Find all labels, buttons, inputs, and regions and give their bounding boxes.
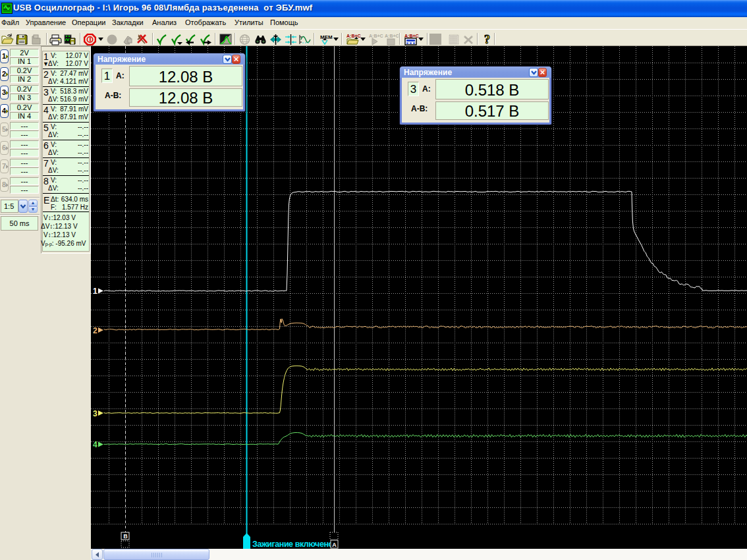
svg-text:A:B+C: A:B+C [385, 34, 399, 38]
svg-text:A: A [332, 542, 337, 548]
svg-text:B: B [123, 533, 128, 540]
svg-text:3: 3 [93, 409, 97, 418]
svg-text:A:B+C: A:B+C [404, 34, 419, 38]
svg-text:2: 2 [93, 326, 97, 335]
svg-text:4: 4 [93, 440, 97, 449]
svg-text:?: ? [484, 34, 490, 45]
svg-text:MEM: MEM [320, 34, 333, 40]
svg-text:1: 1 [93, 287, 97, 296]
svg-text:A:B+C: A:B+C [346, 34, 361, 38]
svg-text:A:B+C: A:B+C [369, 34, 383, 38]
svg-text:Зажигание включено: Зажигание включено [252, 540, 333, 549]
